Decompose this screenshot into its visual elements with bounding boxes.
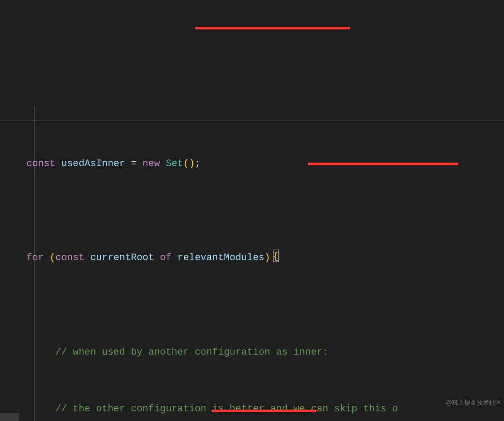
kw-const: const [55, 252, 84, 263]
annotation-underline [308, 163, 458, 165]
var: usedAsInner [61, 158, 125, 169]
kw-of: of [160, 252, 172, 263]
op-eq: = [125, 158, 142, 169]
kw-const: const [26, 158, 55, 169]
cls: Set [166, 158, 183, 169]
var: relevantModules [177, 252, 264, 263]
kw-for: for [26, 252, 44, 263]
comment: // when used by another configuration as… [55, 347, 329, 358]
watermark: @稀土掘金技术社区 [446, 397, 501, 409]
code-editor[interactable]: const usedAsInner = new Set(); for (cons… [0, 76, 504, 421]
comment: // the other configuration is better and… [55, 403, 398, 414]
annotation-underline [212, 410, 316, 412]
code-line: for (const currentRoot of relevantModule… [26, 249, 504, 268]
var: currentRoot [90, 252, 154, 263]
scrollbar-corner [0, 413, 19, 421]
code-line: // when used by another configuration as… [26, 343, 504, 362]
cursor [273, 250, 279, 262]
annotation-underline [195, 27, 350, 29]
kw-new: new [142, 158, 160, 169]
divider [0, 120, 504, 121]
